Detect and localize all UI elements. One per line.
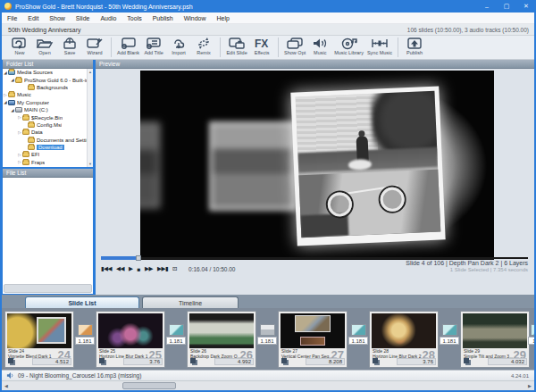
tree-item-config-msi[interactable]: Config.Msi xyxy=(3,121,93,129)
import-button[interactable]: Import xyxy=(166,37,191,55)
transition-icon[interactable] xyxy=(260,324,275,336)
tree-item-my-computer[interactable]: ◢My Computer xyxy=(3,99,93,106)
close-button[interactable]: ✕ xyxy=(516,0,536,13)
tree-item-media-sources[interactable]: ◢Media Sources xyxy=(3,69,93,76)
transition-24-25[interactable]: 1.181 xyxy=(74,324,96,345)
transition-duration[interactable]: 1.181 xyxy=(440,337,459,345)
slide-duration[interactable]: 3.76 xyxy=(397,358,436,365)
transition-duration[interactable]: 1.181 xyxy=(348,337,368,345)
wizard-button[interactable]: Wizard xyxy=(82,37,107,55)
remix-button[interactable]: Remix xyxy=(191,37,216,55)
edit-slide-button[interactable]: Edit Slide xyxy=(224,37,249,55)
rewind-button[interactable]: ◀◀ xyxy=(116,265,124,272)
fast-forward-button[interactable]: ▶▶ xyxy=(145,265,153,272)
slide-card-26[interactable]: Slide 26Backdrop Dark Zoom O...26 4.992 xyxy=(187,311,256,368)
transition-icon[interactable] xyxy=(169,324,184,336)
slide-list-scrollbar[interactable]: ◀ ▶ xyxy=(2,380,534,390)
slide-duration[interactable]: 4.512 xyxy=(32,358,71,365)
transition-29-30[interactable]: 1.18 xyxy=(527,324,534,345)
transition-icon[interactable] xyxy=(351,324,366,336)
open-button[interactable]: Open xyxy=(32,37,57,55)
scroll-right-icon[interactable]: ▶ xyxy=(525,381,534,390)
slide-card-28[interactable]: Slide 28Horizon Line Blur Dark 228 3.76 xyxy=(369,311,439,368)
menu-show[interactable]: Show xyxy=(44,13,71,23)
stop-button[interactable]: ■ xyxy=(138,266,140,272)
menu-edit[interactable]: Edit xyxy=(22,13,44,23)
tree-item-main-c[interactable]: ◢MAIN (C:) xyxy=(3,106,93,113)
sync-music-button[interactable]: Sync Music xyxy=(365,37,394,55)
effects-button[interactable]: FX Effects xyxy=(249,37,274,55)
music-button[interactable]: Music xyxy=(307,37,332,55)
skip-start-button[interactable]: ▮◀◀ xyxy=(101,265,112,272)
tree-item-backgrounds[interactable]: Backgrounds xyxy=(3,84,93,91)
scroll-left-icon[interactable]: ◀ xyxy=(2,381,11,390)
transition-icon[interactable] xyxy=(442,324,457,336)
slide-thumbnail xyxy=(189,313,254,348)
music-library-button[interactable]: Music Library xyxy=(332,37,365,55)
audio-track-name[interactable]: 09 - Night Blooming_Carousel 16.mp3 (mis… xyxy=(18,372,141,379)
seek-thumb[interactable] xyxy=(136,255,141,261)
new-button[interactable]: New xyxy=(7,37,32,55)
slide-duration[interactable]: 4.992 xyxy=(214,358,254,365)
slide-card-25[interactable]: Slide 25Horizon Line Blur Dark 125 3.76 xyxy=(96,311,165,368)
preview-panel: Preview ▮◀◀ ◀◀ ▶ xyxy=(96,60,534,295)
slide-card-24[interactable]: Slide 24Vignette Blend Dark 124 4.512 xyxy=(4,311,74,368)
seek-track[interactable] xyxy=(101,257,528,259)
add-blank-button[interactable]: Add Blank xyxy=(115,37,141,55)
tree-item-music[interactable]: ▷Music xyxy=(3,91,93,98)
tree-item-fraps[interactable]: ▷Fraps xyxy=(3,159,93,166)
file-list-header: File List xyxy=(3,169,93,178)
transition-25-26[interactable]: 1.181 xyxy=(165,324,187,345)
menu-tools[interactable]: Tools xyxy=(121,13,147,23)
skip-end-button[interactable]: ▶▶▮ xyxy=(157,265,168,272)
tree-item-efi[interactable]: ▷EFI xyxy=(3,151,93,158)
transition-duration[interactable]: 1.18 xyxy=(528,337,534,345)
slide-card-27[interactable]: Slide 27Vertical Center Pan Seq...27 8.2… xyxy=(278,311,348,368)
slide-duration[interactable]: 3.76 xyxy=(123,358,163,365)
maximize-button[interactable]: ▢ xyxy=(497,0,516,13)
transition-icon[interactable] xyxy=(78,324,93,336)
transition-28-29[interactable]: 1.181 xyxy=(439,324,460,345)
preview-stage[interactable] xyxy=(140,71,494,260)
transition-duration[interactable]: 1.181 xyxy=(75,337,95,345)
add-title-button[interactable]: Add Title xyxy=(141,37,166,55)
tab-timeline[interactable]: Timeline xyxy=(142,296,239,308)
layers-icon xyxy=(190,358,196,363)
save-button[interactable]: Save xyxy=(57,37,82,55)
publish-button[interactable]: Publish xyxy=(402,37,427,55)
add-title-slide-icon xyxy=(145,37,163,50)
transition-26-27[interactable]: 1.181 xyxy=(256,324,278,345)
folder-tree-scrollbar[interactable]: ▲ ▼ xyxy=(87,69,93,167)
tree-item-documents-and-settings[interactable]: Documents and Settings xyxy=(3,137,93,144)
transition-duration[interactable]: 1.181 xyxy=(257,337,277,345)
tree-item-data[interactable]: ▷Data xyxy=(3,129,93,136)
tab-slide-list[interactable]: Slide List xyxy=(25,296,139,308)
layers-icon xyxy=(464,358,469,363)
fullscreen-button[interactable]: ⊡ xyxy=(172,265,177,272)
minimize-button[interactable]: – xyxy=(477,0,497,13)
transition-27-28[interactable]: 1.181 xyxy=(348,324,369,345)
scroll-down-icon[interactable]: ▼ xyxy=(88,161,92,167)
menu-audio[interactable]: Audio xyxy=(95,13,121,23)
play-button[interactable]: ▶ xyxy=(129,265,133,272)
transition-duration[interactable]: 1.181 xyxy=(166,337,186,345)
slide-duration[interactable]: 8.208 xyxy=(306,358,345,365)
transition-icon[interactable] xyxy=(531,324,535,336)
menu-slide[interactable]: Slide xyxy=(71,13,96,23)
menu-window[interactable]: Window xyxy=(179,13,212,23)
scrollbar-thumb[interactable] xyxy=(122,382,176,389)
show-options-button[interactable]: Show Opt xyxy=(282,37,307,55)
scroll-up-icon[interactable]: ▲ xyxy=(88,69,92,75)
tree-item-proshow-gold[interactable]: ◢ProShow Gold 6.0 - Built-in C xyxy=(3,76,93,83)
slide-duration[interactable]: 4.032 xyxy=(488,358,527,365)
menu-publish[interactable]: Publish xyxy=(147,13,179,23)
slide-card-29[interactable]: Slide 29Simple Tilt and Zoom 3...29 4.03… xyxy=(460,311,530,368)
folder-icon xyxy=(28,145,35,150)
tree-item-download[interactable]: Download xyxy=(3,144,93,151)
menu-file[interactable]: File xyxy=(2,13,22,23)
file-list-body[interactable] xyxy=(3,178,93,283)
menu-help[interactable]: Help xyxy=(212,13,235,23)
show-title-tab[interactable]: 50th Wedding Anniversary xyxy=(2,27,81,33)
slide-status: Slide 4 of 106 | Depth Pan Dark 2 | 6 La… xyxy=(406,260,528,272)
tree-item-recycle-bin[interactable]: ▷$Recycle.Bin xyxy=(3,113,93,121)
